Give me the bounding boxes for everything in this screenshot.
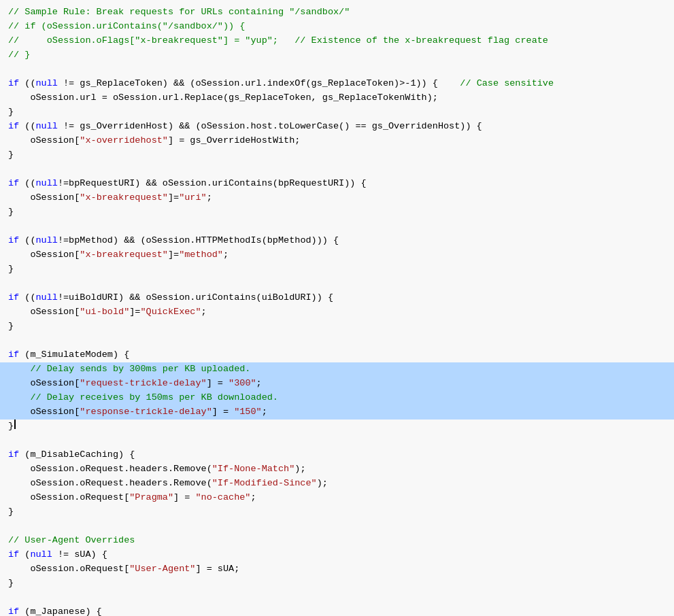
code-line: }	[0, 577, 674, 591]
code-line: // oSession.oFlags["x-breakrequest"] = "…	[0, 34, 674, 48]
code-line: if (m_Japanese) {	[0, 605, 674, 616]
code-line: // Delay sends by 300ms per KB uploaded.	[0, 362, 674, 377]
code-line: }	[0, 105, 674, 120]
code-line: if (null != sUA) {	[0, 548, 674, 562]
code-line: if (m_DisableCaching) {	[0, 448, 674, 462]
code-editor: // Sample Rule: Break requests for URLs …	[0, 0, 674, 616]
code-line	[0, 277, 674, 291]
code-line: oSession.url = oSession.url.Replace(gs_R…	[0, 91, 674, 105]
code-line	[0, 162, 674, 177]
code-line: }	[0, 505, 674, 519]
code-line: }	[0, 148, 674, 162]
code-line: }	[0, 320, 674, 334]
code-line: }	[0, 420, 674, 434]
code-line: oSession["request-trickle-delay"] = "300…	[0, 377, 674, 391]
code-line: // Delay receives by 150ms per KB downlo…	[0, 391, 674, 405]
code-line	[0, 63, 674, 77]
code-line: }	[0, 205, 674, 220]
code-line	[0, 220, 674, 234]
code-line: oSession.oRequest.headers.Remove("If-Non…	[0, 462, 674, 477]
code-line: oSession["response-trickle-delay"] = "15…	[0, 405, 674, 420]
code-line: if ((null!=uiBoldURI) && oSession.uriCon…	[0, 291, 674, 305]
code-line: if ((null != gs_OverridenHost) && (oSess…	[0, 120, 674, 134]
code-line: if ((null != gs_ReplaceToken) && (oSessi…	[0, 77, 674, 91]
code-line: oSession.oRequest.headers.Remove("If-Mod…	[0, 477, 674, 491]
code-line	[0, 334, 674, 348]
code-content[interactable]: // Sample Rule: Break requests for URLs …	[0, 5, 674, 616]
code-line: oSession["ui-bold"]="QuickExec";	[0, 305, 674, 320]
code-line: oSession["x-breakrequest"]="uri";	[0, 191, 674, 205]
code-line: }	[0, 262, 674, 277]
code-line: // if (oSession.uriContains("/sandbox/")…	[0, 20, 674, 34]
code-line: oSession["x-breakrequest"]="method";	[0, 248, 674, 262]
code-line: oSession.oRequest["Pragma"] = "no-cache"…	[0, 491, 674, 505]
code-line: oSession.oRequest["User-Agent"] = sUA;	[0, 562, 674, 577]
code-line	[0, 519, 674, 534]
code-line: oSession["x-overridehost"] = gs_Override…	[0, 134, 674, 148]
code-line: // Sample Rule: Break requests for URLs …	[0, 5, 674, 20]
code-line: // }	[0, 48, 674, 63]
code-line: if ((null!=bpMethod) && (oSession.HTTPMe…	[0, 234, 674, 248]
code-line: if ((null!=bpRequestURI) && oSession.uri…	[0, 177, 674, 191]
code-line: // User-Agent Overrides	[0, 534, 674, 548]
code-line	[0, 434, 674, 448]
code-line	[0, 591, 674, 605]
code-line: if (m_SimulateModem) {	[0, 348, 674, 362]
